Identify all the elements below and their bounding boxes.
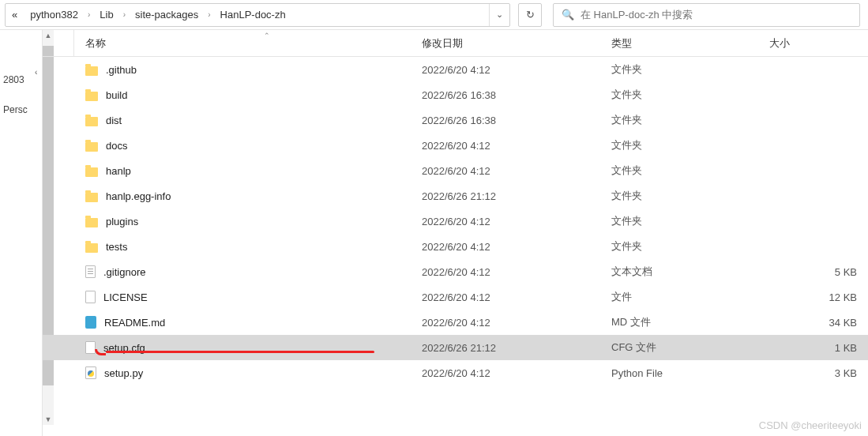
file-name: plugins bbox=[106, 216, 138, 227]
navigation-pane[interactable]: ‹ 2803 Persc bbox=[0, 30, 43, 436]
file-row[interactable]: .github2022/6/20 4:12文件夹 bbox=[43, 57, 868, 82]
file-type: 文件夹 bbox=[611, 62, 769, 77]
file-type: 文件 bbox=[611, 290, 769, 304]
file-type: 文本文档 bbox=[611, 265, 769, 279]
column-header-date[interactable]: 修改日期 bbox=[422, 36, 611, 51]
file-size: 3 KB bbox=[769, 367, 868, 379]
breadcrumb-box[interactable]: « python382 › Lib › site-packages › HanL… bbox=[5, 3, 510, 27]
file-name: build bbox=[106, 89, 127, 101]
file-date: 2022/6/26 16:38 bbox=[422, 115, 611, 126]
file-row[interactable]: setup.cfg2022/6/26 21:12CFG 文件1 KB bbox=[43, 335, 868, 360]
file-date: 2022/6/26 21:12 bbox=[422, 342, 611, 354]
breadcrumb-item-3[interactable]: HanLP-doc-zh bbox=[214, 4, 292, 26]
py-icon bbox=[85, 366, 96, 379]
folder-icon bbox=[85, 92, 98, 101]
file-type: 文件夹 bbox=[611, 189, 769, 203]
file-date: 2022/6/20 4:12 bbox=[422, 241, 611, 253]
chevron-right-icon: › bbox=[120, 10, 129, 19]
file-rows: .github2022/6/20 4:12文件夹build2022/6/26 1… bbox=[43, 57, 868, 385]
file-type: 文件夹 bbox=[611, 138, 769, 152]
file-type: 文件夹 bbox=[611, 113, 769, 127]
file-row[interactable]: build2022/6/26 16:38文件夹 bbox=[43, 82, 868, 107]
file-row[interactable]: .gitignore2022/6/20 4:12文本文档5 KB bbox=[43, 259, 868, 284]
file-date: 2022/6/26 21:12 bbox=[422, 190, 611, 202]
refresh-icon: ↻ bbox=[526, 9, 535, 21]
file-type: 文件夹 bbox=[611, 239, 769, 254]
breadcrumb-item-0[interactable]: python382 bbox=[24, 4, 85, 26]
search-box[interactable]: 🔍 bbox=[553, 3, 860, 27]
folder-icon bbox=[85, 167, 98, 177]
file-name: .github bbox=[106, 64, 137, 76]
scroll-down-icon[interactable]: ▼ bbox=[43, 414, 54, 425]
folder-icon bbox=[85, 117, 98, 126]
folder-icon bbox=[85, 193, 98, 202]
md-icon bbox=[85, 316, 96, 329]
folder-icon bbox=[85, 142, 98, 152]
file-row[interactable]: tests2022/6/20 4:12文件夹 bbox=[43, 234, 868, 259]
file-type: MD 文件 bbox=[611, 315, 769, 329]
nav-item[interactable]: Persc bbox=[0, 100, 42, 120]
sort-indicator-icon: ⌃ bbox=[264, 32, 270, 39]
breadcrumb-item-1[interactable]: Lib bbox=[93, 4, 119, 26]
file-date: 2022/6/20 4:12 bbox=[422, 64, 611, 76]
column-header-type[interactable]: 类型 bbox=[611, 36, 769, 51]
file-date: 2022/6/20 4:12 bbox=[422, 266, 611, 278]
refresh-button[interactable]: ↻ bbox=[518, 3, 542, 27]
chevron-right-icon: › bbox=[205, 10, 213, 19]
search-icon: 🔍 bbox=[562, 9, 574, 21]
file-name: dist bbox=[106, 115, 122, 126]
file-name: tests bbox=[106, 241, 127, 253]
column-headers: ⌃ 名称 修改日期 类型 大小 bbox=[43, 30, 868, 57]
file-date: 2022/6/20 4:12 bbox=[422, 367, 611, 379]
breadcrumb-dropdown[interactable]: ⌄ bbox=[489, 4, 509, 26]
file-name: .gitignore bbox=[103, 266, 145, 278]
file-icon bbox=[85, 341, 96, 354]
chevron-right-icon: › bbox=[85, 10, 93, 19]
content-area: ‹ 2803 Persc ⌃ 名称 修改日期 类型 大小 .github2022… bbox=[0, 30, 868, 436]
file-row[interactable]: LICENSE2022/6/20 4:12文件12 KB bbox=[43, 284, 868, 310]
file-name: LICENSE bbox=[103, 291, 148, 303]
column-header-name[interactable]: 名称 bbox=[74, 36, 422, 51]
file-type: CFG 文件 bbox=[611, 340, 769, 355]
header-gutter bbox=[43, 30, 74, 56]
file-row[interactable]: hanlp2022/6/20 4:12文件夹 bbox=[43, 158, 868, 183]
file-date: 2022/6/20 4:12 bbox=[422, 317, 611, 329]
file-date: 2022/6/26 16:38 bbox=[422, 89, 611, 101]
file-row[interactable]: README.md2022/6/20 4:12MD 文件34 KB bbox=[43, 310, 868, 335]
annotation-underline bbox=[106, 351, 374, 353]
file-row[interactable]: setup.py2022/6/20 4:12Python File3 KB bbox=[43, 360, 868, 385]
file-size: 34 KB bbox=[769, 317, 868, 329]
breadcrumb-item-2[interactable]: site-packages bbox=[129, 4, 205, 26]
text-icon bbox=[85, 265, 96, 278]
file-row[interactable]: docs2022/6/20 4:12文件夹 bbox=[43, 133, 868, 158]
file-date: 2022/6/20 4:12 bbox=[422, 291, 611, 303]
file-list-pane: ⌃ 名称 修改日期 类型 大小 .github2022/6/20 4:12文件夹… bbox=[43, 30, 868, 436]
file-name: setup.py bbox=[104, 367, 143, 379]
folder-icon bbox=[85, 243, 98, 253]
chevron-left-icon[interactable]: ‹ bbox=[32, 63, 40, 81]
file-size: 12 KB bbox=[769, 291, 868, 303]
file-type: 文件夹 bbox=[611, 214, 769, 228]
column-header-size[interactable]: 大小 bbox=[769, 36, 868, 51]
file-icon bbox=[85, 291, 96, 303]
file-name: README.md bbox=[104, 317, 165, 329]
file-row[interactable]: plugins2022/6/20 4:12文件夹 bbox=[43, 209, 868, 234]
file-row[interactable]: hanlp.egg-info2022/6/26 21:12文件夹 bbox=[43, 183, 868, 209]
file-size: 1 KB bbox=[769, 342, 868, 354]
file-date: 2022/6/20 4:12 bbox=[422, 165, 611, 177]
file-name: docs bbox=[106, 140, 127, 152]
file-row[interactable]: dist2022/6/26 16:38文件夹 bbox=[43, 107, 868, 133]
file-type: Python File bbox=[611, 367, 769, 379]
breadcrumb-back[interactable]: « bbox=[6, 4, 24, 26]
file-name: hanlp.egg-info bbox=[106, 190, 171, 202]
file-type: 文件夹 bbox=[611, 164, 769, 178]
folder-icon bbox=[85, 66, 98, 76]
file-date: 2022/6/20 4:12 bbox=[422, 140, 611, 152]
file-size: 5 KB bbox=[769, 266, 868, 278]
file-name: hanlp bbox=[106, 165, 131, 177]
address-toolbar: « python382 › Lib › site-packages › HanL… bbox=[0, 0, 868, 30]
folder-icon bbox=[85, 218, 98, 227]
file-date: 2022/6/20 4:12 bbox=[422, 216, 611, 227]
file-type: 文件夹 bbox=[611, 88, 769, 102]
search-input[interactable] bbox=[581, 9, 851, 21]
